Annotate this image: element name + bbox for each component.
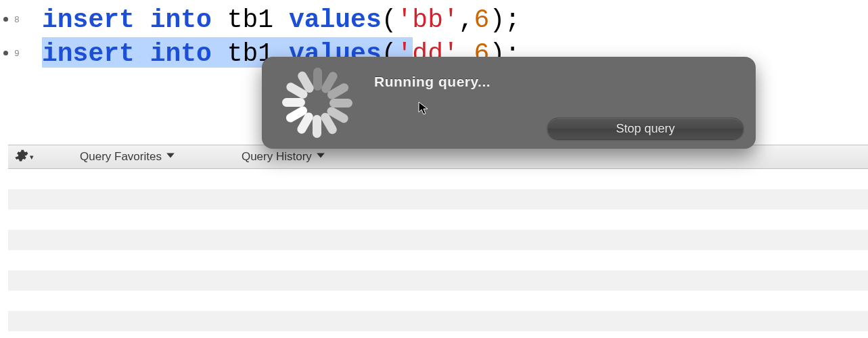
chevron-down-icon: ▾ [30, 153, 34, 162]
running-query-dialog: Running query... Stop query [262, 57, 756, 149]
settings-menu-button[interactable]: ▾ [14, 148, 34, 166]
line-number: 8 [0, 3, 34, 37]
query-history-label: Query History [242, 150, 312, 164]
running-query-status: Running query... [374, 74, 490, 90]
spinner-icon [275, 62, 357, 143]
code-line[interactable]: insert into tb1 values('bb',6); [42, 3, 520, 37]
chevron-down-icon [316, 150, 325, 164]
line-number: 9 [0, 37, 34, 71]
query-favorites-label: Query Favorites [80, 150, 162, 164]
query-favorites-menu[interactable]: Query Favorites [76, 150, 179, 164]
gear-icon [14, 148, 28, 166]
query-history-menu[interactable]: Query History [237, 150, 329, 164]
chevron-down-icon [166, 150, 175, 164]
results-table[interactable] [8, 169, 868, 338]
stop-query-button[interactable]: Stop query [547, 118, 744, 139]
